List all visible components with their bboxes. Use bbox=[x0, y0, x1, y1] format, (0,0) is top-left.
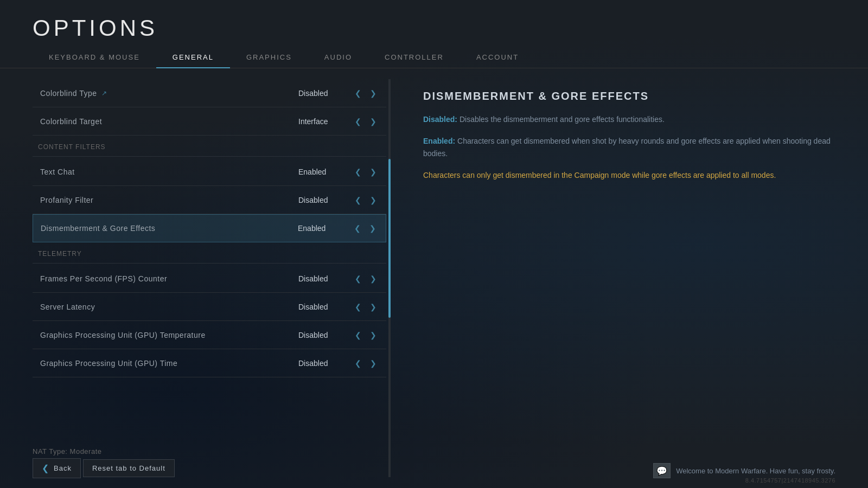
arrow-left-colorblind-target[interactable]: ❮ bbox=[353, 116, 363, 127]
page-title: OPTIONS bbox=[33, 15, 835, 41]
settings-row-gpu-temperature[interactable]: Graphics Processing Unit (GPU) Temperatu… bbox=[33, 321, 386, 349]
row-value-text-chat: Enabled bbox=[298, 168, 342, 176]
info-line-disabled: Disabled: Disables the dismemberment and… bbox=[423, 113, 835, 125]
chat-icon: 💬 bbox=[656, 466, 667, 476]
arrow-right-gpu-time[interactable]: ❯ bbox=[368, 358, 379, 369]
nat-info: NAT Type: Moderate bbox=[33, 447, 102, 455]
reset-button[interactable]: Reset tab to Default bbox=[83, 459, 175, 477]
tab-general[interactable]: GENERAL bbox=[156, 47, 230, 68]
chat-message: Welcome to Modern Warfare. Have fun, sta… bbox=[676, 467, 835, 475]
row-controls-fps-counter: Disabled ❮ ❯ bbox=[298, 273, 379, 284]
arrow-right-server-latency[interactable]: ❯ bbox=[368, 301, 379, 312]
tab-account[interactable]: ACCOUNT bbox=[460, 47, 535, 68]
row-label-fps-counter: Frames Per Second (FPS) Counter bbox=[40, 274, 298, 283]
external-link-icon: ↗ bbox=[101, 89, 107, 97]
row-value-fps-counter: Disabled bbox=[298, 274, 342, 283]
settings-row-dismemberment[interactable]: Dismemberment & Gore Effects Enabled ❮ ❯ bbox=[33, 214, 386, 242]
row-controls-colorblind-type: Disabled ❮ ❯ bbox=[298, 88, 379, 99]
arrow-right-dismemberment[interactable]: ❯ bbox=[367, 223, 378, 234]
info-line-enabled: Enabled: Characters can get dismembered … bbox=[423, 135, 835, 159]
chat-icon-box: 💬 bbox=[653, 463, 671, 478]
arrow-left-gpu-time[interactable]: ❮ bbox=[353, 358, 363, 369]
arrow-left-profanity-filter[interactable]: ❮ bbox=[353, 195, 363, 206]
section-label-telemetry: Telemetry bbox=[33, 242, 386, 262]
section-label-content-filters: Content Filters bbox=[33, 136, 386, 155]
row-label-text-chat: Text Chat bbox=[40, 168, 298, 176]
row-label-colorblind-target: Colorblind Target bbox=[40, 117, 298, 126]
scrollbar-thumb[interactable] bbox=[388, 159, 391, 318]
tab-graphics[interactable]: GRAPHICS bbox=[230, 47, 308, 68]
settings-row-colorblind-type[interactable]: Colorblind Type ↗ Disabled ❮ ❯ bbox=[33, 79, 386, 107]
row-label-profanity-filter: Profanity Filter bbox=[40, 196, 298, 204]
enabled-desc: Characters can get dismembered when shot… bbox=[423, 137, 831, 157]
row-controls-server-latency: Disabled ❮ ❯ bbox=[298, 301, 379, 312]
settings-row-profanity-filter[interactable]: Profanity Filter Disabled ❮ ❯ bbox=[33, 186, 386, 214]
back-label: Back bbox=[54, 464, 72, 472]
chat-area: 💬 Welcome to Modern Warfare. Have fun, s… bbox=[653, 463, 835, 478]
tab-bar: KEYBOARD & MOUSE GENERAL GRAPHICS AUDIO … bbox=[0, 47, 868, 68]
arrow-right-profanity-filter[interactable]: ❯ bbox=[368, 195, 379, 206]
arrow-left-colorblind-type[interactable]: ❮ bbox=[353, 88, 363, 99]
row-label-dismemberment: Dismemberment & Gore Effects bbox=[41, 224, 298, 233]
settings-row-fps-counter[interactable]: Frames Per Second (FPS) Counter Disabled… bbox=[33, 265, 386, 293]
arrow-left-gpu-temperature[interactable]: ❮ bbox=[353, 330, 363, 341]
settings-row-server-latency[interactable]: Server Latency Disabled ❮ ❯ bbox=[33, 293, 386, 321]
info-panel: DISMEMBERMENT & GORE EFFECTS Disabled: D… bbox=[412, 79, 835, 477]
arrow-left-text-chat[interactable]: ❮ bbox=[353, 166, 363, 177]
settings-row-text-chat[interactable]: Text Chat Enabled ❮ ❯ bbox=[33, 158, 386, 186]
arrow-right-fps-counter[interactable]: ❯ bbox=[368, 273, 379, 284]
row-value-gpu-time: Disabled bbox=[298, 359, 342, 368]
row-value-server-latency: Disabled bbox=[298, 303, 342, 311]
row-value-profanity-filter: Disabled bbox=[298, 196, 342, 204]
enabled-label: Enabled: bbox=[423, 137, 455, 145]
row-value-gpu-temperature: Disabled bbox=[298, 331, 342, 339]
info-note: Characters can only get dismembered in t… bbox=[423, 169, 835, 181]
row-label-gpu-time: Graphics Processing Unit (GPU) Time bbox=[40, 359, 298, 368]
row-controls-dismemberment: Enabled ❮ ❯ bbox=[298, 223, 378, 234]
arrow-left-dismemberment[interactable]: ❮ bbox=[352, 223, 363, 234]
info-panel-title: DISMEMBERMENT & GORE EFFECTS bbox=[423, 90, 835, 102]
back-button[interactable]: ❮ Back bbox=[33, 458, 81, 478]
row-value-dismemberment: Enabled bbox=[298, 224, 341, 233]
footer-buttons: ❮ Back Reset tab to Default bbox=[33, 458, 175, 478]
row-value-colorblind-target: Interface bbox=[298, 117, 342, 126]
arrow-left-fps-counter[interactable]: ❮ bbox=[353, 273, 363, 284]
row-label-colorblind-type: Colorblind Type ↗ bbox=[40, 89, 298, 98]
arrow-right-gpu-temperature[interactable]: ❯ bbox=[368, 330, 379, 341]
reset-label: Reset tab to Default bbox=[92, 464, 165, 472]
tab-audio[interactable]: AUDIO bbox=[308, 47, 368, 68]
row-controls-text-chat: Enabled ❮ ❯ bbox=[298, 166, 379, 177]
tab-controller[interactable]: CONTROLLER bbox=[368, 47, 460, 68]
tab-keyboard[interactable]: KEYBOARD & MOUSE bbox=[33, 47, 156, 68]
back-arrow-icon: ❮ bbox=[42, 463, 49, 473]
disabled-desc: Disables the dismemberment and gore effe… bbox=[459, 115, 665, 124]
row-controls-colorblind-target: Interface ❮ ❯ bbox=[298, 116, 379, 127]
arrow-left-server-latency[interactable]: ❮ bbox=[353, 301, 363, 312]
disabled-label: Disabled: bbox=[423, 115, 457, 124]
arrow-right-colorblind-target[interactable]: ❯ bbox=[368, 116, 379, 127]
settings-panel: Colorblind Type ↗ Disabled ❮ ❯ Colorblin… bbox=[33, 79, 391, 477]
row-label-server-latency: Server Latency bbox=[40, 303, 298, 311]
scrollbar-track bbox=[388, 79, 391, 477]
row-controls-gpu-temperature: Disabled ❮ ❯ bbox=[298, 330, 379, 341]
arrow-right-colorblind-type[interactable]: ❯ bbox=[368, 88, 379, 99]
settings-scroll[interactable]: Colorblind Type ↗ Disabled ❮ ❯ Colorblin… bbox=[33, 79, 391, 477]
row-controls-profanity-filter: Disabled ❮ ❯ bbox=[298, 195, 379, 206]
row-label-gpu-temperature: Graphics Processing Unit (GPU) Temperatu… bbox=[40, 331, 298, 339]
row-controls-gpu-time: Disabled ❮ ❯ bbox=[298, 358, 379, 369]
settings-row-gpu-time[interactable]: Graphics Processing Unit (GPU) Time Disa… bbox=[33, 349, 386, 377]
row-value-colorblind-type: Disabled bbox=[298, 89, 342, 98]
version-info: 8.4.7154757|2147418945.3276 bbox=[745, 477, 835, 484]
settings-row-colorblind-target[interactable]: Colorblind Target Interface ❮ ❯ bbox=[33, 107, 386, 136]
arrow-right-text-chat[interactable]: ❯ bbox=[368, 166, 379, 177]
